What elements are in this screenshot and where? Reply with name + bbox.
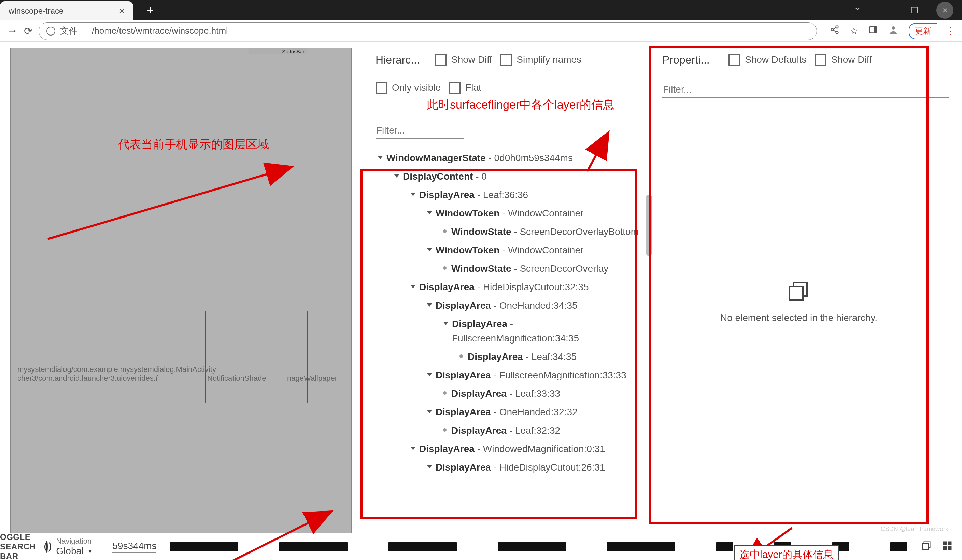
device-preview-panel: StatusBar mysystemdialog/com.example.mys… (0, 48, 365, 533)
only-visible-checkbox[interactable] (376, 82, 387, 94)
timeline-block[interactable] (890, 542, 907, 552)
navigation-scope-select[interactable]: Global▾ (56, 545, 92, 557)
tab-title: winscope-trace (8, 6, 119, 16)
only-visible-label: Only visible (392, 82, 441, 93)
layers-icon[interactable] (921, 541, 931, 553)
new-tab-button[interactable]: + (140, 1, 160, 20)
bullet-icon (443, 391, 447, 395)
tree-row[interactable]: DisplayArea - OneHanded:32:32 (378, 403, 642, 421)
hierarchy-panel: Hierarc... Show Diff Simplify names Only… (365, 48, 652, 533)
chevron-down-icon[interactable] (410, 285, 416, 288)
chevron-down-icon[interactable] (427, 303, 432, 307)
tree-row[interactable]: WindowToken - WindowContainer (378, 204, 642, 223)
browser-tab[interactable]: winscope-trace × (0, 2, 133, 21)
forward-icon[interactable]: → (7, 24, 18, 37)
tree-row[interactable]: DisplayArea - HideDisplayCutout:32:35 (378, 278, 642, 296)
svg-line-4 (833, 31, 836, 32)
url-bar: → ⟳ i 文件 /home/test/wmtrace/winscope.htm… (0, 21, 962, 42)
info-icon[interactable]: i (47, 27, 55, 36)
window-titlebar: winscope-trace × + ⌄ — ☐ × (0, 0, 962, 21)
activity-label-2: cher3/com.android.launcher3.uioverrides.… (18, 374, 158, 383)
layer-rect-notificationshade[interactable] (205, 311, 308, 403)
close-tab-icon[interactable]: × (119, 5, 124, 16)
show-diff-label: Show Diff (451, 54, 492, 65)
tree-row[interactable]: WindowState - ScreenDecorOverlayBottom (378, 223, 642, 241)
tree-row[interactable]: WindowState - ScreenDecorOverlay (378, 260, 642, 278)
hierarchy-filter-input[interactable] (376, 123, 464, 139)
timeline-block[interactable] (607, 542, 675, 552)
grid-icon[interactable] (942, 541, 952, 553)
tree-row[interactable]: DisplayArea - Leaf:34:35 (378, 348, 642, 366)
chevron-down-icon[interactable] (410, 447, 416, 450)
timeline-block[interactable] (170, 542, 238, 552)
chevron-down-icon[interactable] (427, 248, 432, 251)
annotation-layer-detail: 选中layer的具体信息 (734, 545, 839, 560)
hierarchy-tree[interactable]: WindowManagerState - 0d0h0m59s344msDispl… (376, 149, 642, 477)
tree-row[interactable]: DisplayArea - FullscreenMagnification:34… (378, 315, 642, 348)
globe-icon[interactable] (46, 541, 48, 553)
device-frame[interactable]: StatusBar mysystemdialog/com.example.mys… (10, 48, 352, 553)
hierarchy-title: Hierarc... (376, 53, 427, 66)
url-field[interactable]: i 文件 /home/test/wmtrace/winscope.html (39, 22, 817, 40)
maximize-icon[interactable]: ☐ (906, 2, 923, 19)
chevron-down-icon[interactable] (427, 465, 432, 468)
menu-icon[interactable]: ⋮ (946, 25, 955, 37)
bullet-icon (443, 428, 447, 432)
close-window-icon[interactable]: × (936, 2, 954, 19)
tree-row[interactable]: DisplayArea - OneHanded:34:35 (378, 296, 642, 315)
svg-rect-19 (943, 541, 947, 545)
svg-point-1 (831, 29, 834, 31)
main-content: StatusBar mysystemdialog/com.example.mys… (0, 42, 962, 533)
chevron-down-icon[interactable] (427, 410, 432, 413)
bullet-icon (443, 229, 447, 233)
svg-rect-20 (948, 541, 952, 545)
empty-state-text: No element selected in the hierarchy. (720, 312, 877, 323)
status-bar-layer[interactable]: StatusBar (249, 48, 307, 54)
activity-label-1: mysystemdialog/com.example.mysystemdialo… (18, 365, 216, 374)
svg-point-8 (892, 26, 895, 30)
toggle-search-bar-button[interactable]: OGGLE SEARCH BAR (0, 533, 36, 560)
chevron-down-icon[interactable] (410, 193, 416, 196)
share-icon[interactable] (830, 25, 839, 37)
tree-row[interactable]: DisplayArea - Leaf:33:33 (378, 384, 642, 403)
chevron-down-icon[interactable] (394, 174, 399, 178)
svg-rect-22 (948, 546, 952, 550)
update-button[interactable]: 更新 (909, 23, 937, 39)
svg-rect-7 (874, 27, 876, 33)
tree-row[interactable]: DisplayArea - Leaf:36:36 (378, 186, 642, 204)
timeline-block[interactable] (716, 542, 733, 552)
minimize-icon[interactable]: — (875, 2, 892, 19)
chevron-down-icon[interactable]: ⌄ (854, 2, 861, 19)
notificationshade-label: NotificationShade (207, 374, 266, 383)
timeline-time-input[interactable]: 59s344ms (112, 541, 157, 553)
chevron-down-icon[interactable] (427, 373, 432, 376)
toolbar-actions: ☆ 更新 ⋮ (823, 23, 955, 39)
properties-show-diff-checkbox[interactable] (815, 54, 826, 66)
tree-row[interactable]: WindowToken - WindowContainer (378, 241, 642, 260)
timeline-block[interactable] (389, 542, 457, 552)
show-diff-checkbox[interactable] (435, 54, 447, 66)
timeline-block[interactable] (498, 542, 566, 552)
reload-icon[interactable]: ⟳ (24, 25, 32, 37)
simplify-names-checkbox[interactable] (500, 54, 512, 66)
scrollbar[interactable] (646, 195, 652, 256)
panel-icon[interactable] (868, 25, 878, 37)
tree-row[interactable]: DisplayArea - WindowedMagnification:0:31 (378, 440, 642, 458)
tree-row[interactable]: DisplayContent - 0 (378, 167, 642, 186)
tree-row[interactable]: WindowManagerState - 0d0h0m59s344ms (378, 149, 642, 167)
tree-row[interactable]: DisplayArea - FullscreenMagnification:33… (378, 366, 642, 384)
show-defaults-checkbox[interactable] (728, 54, 740, 66)
chevron-down-icon[interactable] (427, 211, 432, 215)
flat-checkbox[interactable] (449, 82, 460, 94)
timeline-block[interactable] (279, 542, 347, 552)
tree-row[interactable]: DisplayArea - HideDisplayCutout:26:31 (378, 458, 642, 477)
bullet-icon (443, 266, 447, 270)
chevron-down-icon[interactable] (443, 322, 449, 325)
svg-point-2 (836, 31, 838, 34)
tree-row[interactable]: DisplayArea - Leaf:32:32 (378, 421, 642, 440)
svg-line-3 (833, 27, 836, 29)
chevron-down-icon[interactable] (378, 156, 383, 159)
properties-filter-input[interactable] (662, 82, 949, 98)
profile-icon[interactable] (888, 24, 899, 37)
star-icon[interactable]: ☆ (850, 25, 858, 37)
